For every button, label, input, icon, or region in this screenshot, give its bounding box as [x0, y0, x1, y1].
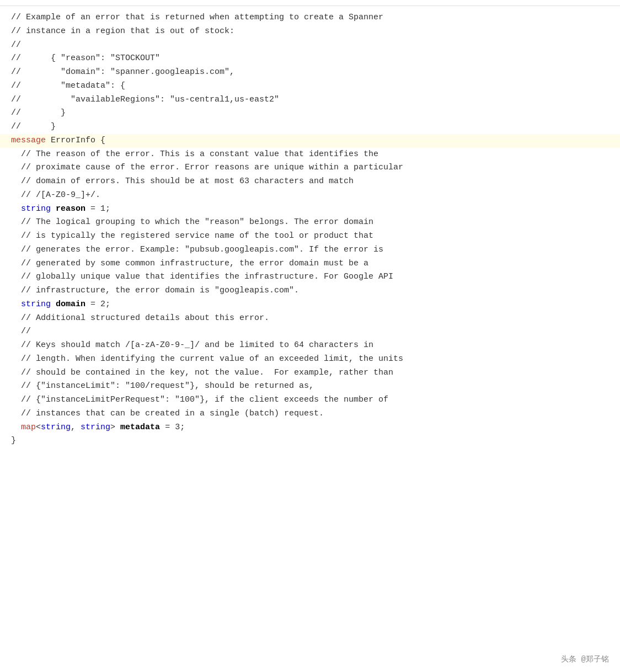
- code-line: string domain = 2;: [11, 298, 609, 312]
- code-line: // Keys should match /[a-zA-Z0-9-_]/ and…: [11, 339, 609, 353]
- code-line: // generated by some common infrastructu…: [11, 257, 609, 271]
- code-line: // is typically the registered service n…: [11, 230, 609, 243]
- code-line: map<string, string> metadata = 3;: [11, 421, 609, 435]
- code-line: // {"instanceLimitPerRequest": "100"}, i…: [11, 393, 609, 407]
- code-line: // instance in a region that is out of s…: [11, 25, 609, 39]
- code-line: string reason = 1;: [11, 202, 609, 216]
- code-line: // "metadata": {: [11, 79, 609, 93]
- code-block: // Example of an error that is returned …: [0, 7, 620, 452]
- code-line: // "domain": "spanner.googleapis.com",: [11, 66, 609, 79]
- code-line: // Example of an error that is returned …: [11, 11, 609, 25]
- code-line: //: [11, 325, 609, 339]
- code-line: // }: [11, 120, 609, 134]
- watermark: 头条 @郑子铭: [561, 653, 609, 665]
- code-line: // The reason of the error. This is a co…: [11, 148, 609, 162]
- code-line: // globally unique value that identifies…: [11, 270, 609, 284]
- code-line: // domain of errors. This should be at m…: [11, 175, 609, 189]
- code-line: // {"instanceLimit": "100/request"}, sho…: [11, 380, 609, 393]
- code-line: // { "reason": "STOCKOUT": [11, 52, 609, 66]
- code-line: // Additional structured details about t…: [11, 312, 609, 326]
- code-line: // infrastructure, the error domain is "…: [11, 284, 609, 298]
- code-line: // instances that can be created in a si…: [11, 407, 609, 421]
- code-line: // generates the error. Example: "pubsub…: [11, 243, 609, 257]
- code-line: // }: [11, 106, 609, 120]
- code-line: }: [11, 434, 609, 448]
- code-line: // /[A-Z0-9_]+/.: [11, 189, 609, 202]
- code-line: //: [11, 39, 609, 52]
- code-container: // Example of an error that is returned …: [0, 0, 620, 458]
- code-line: // proximate cause of the error. Error r…: [11, 161, 609, 175]
- code-line: // should be contained in the key, not t…: [11, 366, 609, 380]
- code-line: // length. When identifying the current …: [11, 353, 609, 366]
- code-line: // "availableRegions": "us-central1,us-e…: [11, 93, 609, 107]
- highlighted-code-line: message ErrorInfo {: [0, 134, 620, 148]
- code-line: // The logical grouping to which the "re…: [11, 216, 609, 230]
